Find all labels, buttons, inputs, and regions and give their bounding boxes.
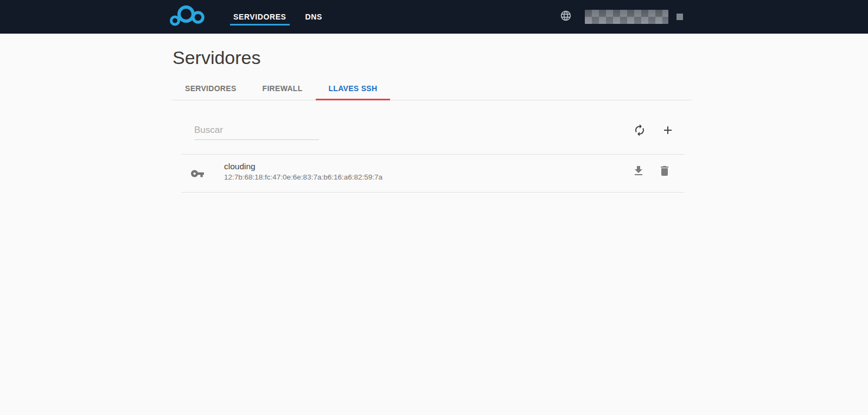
- ssh-key-info: clouding 12:7b:68:18:fc:47:0e:6e:83:7a:b…: [224, 161, 382, 183]
- autorenew-icon: [633, 130, 646, 138]
- ssh-key-row: clouding 12:7b:68:18:fc:47:0e:6e:83:7a:b…: [181, 154, 685, 193]
- page-title: Servidores: [173, 47, 692, 68]
- delete-key-button[interactable]: [658, 164, 671, 177]
- tab-bar: SERVIDORES FIREWALL LLAVES SSH: [172, 76, 692, 100]
- ssh-key-name: clouding: [224, 161, 382, 172]
- add-key-button[interactable]: [661, 124, 674, 137]
- key-icon: [190, 167, 205, 181]
- nav-item-dns[interactable]: DNS: [302, 0, 326, 34]
- tab-label: SERVIDORES: [185, 84, 237, 93]
- main-content: Servidores SERVIDORES FIREWALL LLAVES SS…: [172, 47, 692, 193]
- ssh-key-fingerprint: 12:7b:68:18:fc:47:0e:6e:83:7a:b6:16:a6:8…: [224, 172, 382, 183]
- nav-item-label: DNS: [305, 12, 322, 21]
- account-caret-redacted[interactable]: [676, 14, 683, 20]
- ssh-keys-panel: clouding 12:7b:68:18:fc:47:0e:6e:83:7a:b…: [181, 107, 685, 193]
- top-bar: SERVIDORES DNS: [0, 0, 868, 34]
- tab-firewall[interactable]: FIREWALL: [250, 76, 316, 100]
- globe-icon[interactable]: [560, 10, 572, 24]
- tab-label: LLAVES SSH: [329, 84, 378, 93]
- account-name-redacted[interactable]: [585, 10, 668, 24]
- tab-label: FIREWALL: [263, 84, 303, 93]
- nav-item-label: SERVIDORES: [233, 12, 286, 21]
- header-account-area: [560, 10, 683, 24]
- download-icon: [632, 171, 645, 179]
- refresh-button[interactable]: [633, 124, 646, 137]
- main-nav: SERVIDORES DNS: [230, 0, 338, 34]
- download-key-button[interactable]: [632, 164, 645, 177]
- search-input[interactable]: [194, 124, 319, 140]
- tab-servidores[interactable]: SERVIDORES: [172, 76, 250, 100]
- plus-icon: [661, 130, 674, 138]
- toolbar: [181, 107, 685, 147]
- cloud-logo[interactable]: [169, 5, 205, 29]
- tab-llaves-ssh[interactable]: LLAVES SSH: [316, 76, 391, 100]
- nav-item-servidores[interactable]: SERVIDORES: [230, 0, 290, 34]
- trash-icon: [658, 171, 671, 179]
